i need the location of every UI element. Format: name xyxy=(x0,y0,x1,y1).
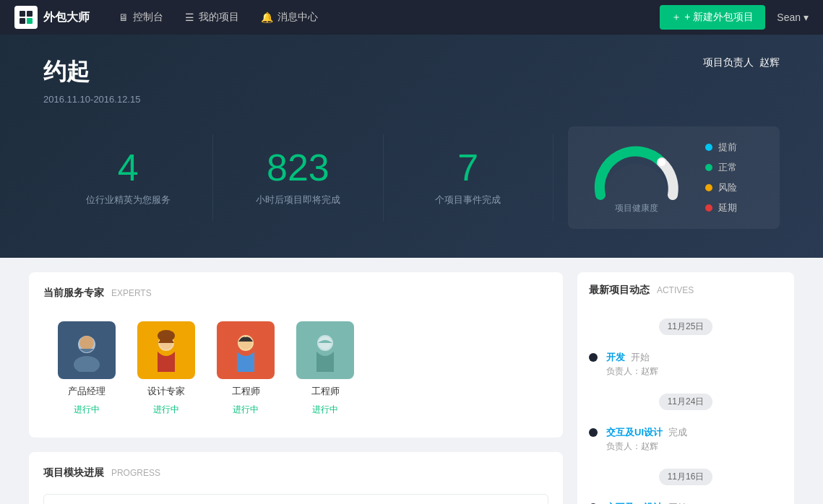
logo-icon xyxy=(14,6,38,29)
activity-item-3: 交互及UI设计 开始 负责人：赵辉 xyxy=(589,501,783,504)
activity-section: 最新项目动态 ACTIVES 11月25日 开发 开始 负责人：赵辉 xyxy=(577,272,794,504)
activity-content-1: 开发 开始 负责人：赵辉 xyxy=(606,351,783,378)
expert-item-3: 工程师 进行中 xyxy=(217,321,275,416)
project-date: 2016.11.10-2016.12.15 xyxy=(43,94,780,105)
expert-name-1: 产品经理 xyxy=(68,385,105,398)
stat-hours: 823 小时后项目即将完成 xyxy=(213,134,383,221)
experts-section: 当前服务专家 EXPERTS 产品经理 进行中 xyxy=(29,272,563,438)
date-group-3: 11月16日 xyxy=(589,461,783,492)
delay-label: 延期 xyxy=(718,201,737,214)
normal-label: 正常 xyxy=(718,161,737,174)
activity-title-1: 开发 开始 xyxy=(606,351,783,364)
legend-normal: 正常 xyxy=(705,161,737,174)
right-panel: 最新项目动态 ACTIVES 11月25日 开发 开始 负责人：赵辉 xyxy=(577,272,794,504)
normal-dot xyxy=(705,164,712,171)
user-menu[interactable]: Sean ▾ xyxy=(777,12,809,23)
plus-icon: ＋ xyxy=(671,11,681,24)
risk-dot xyxy=(705,184,712,191)
left-panel: 当前服务专家 EXPERTS 产品经理 进行中 xyxy=(29,272,563,504)
activity-sub-2: 负责人：赵辉 xyxy=(606,440,783,453)
svg-point-6 xyxy=(74,356,100,372)
stat-number-events: 7 xyxy=(398,149,538,186)
legend-risk: 风险 xyxy=(705,181,737,194)
activity-item-2: 交互及UI设计 完成 负责人：赵辉 xyxy=(589,426,783,453)
activity-content-3: 交互及UI设计 开始 负责人：赵辉 xyxy=(606,501,783,504)
nav-projects-label: 我的项目 xyxy=(199,11,239,24)
activity-sub-1: 负责人：赵辉 xyxy=(606,365,783,378)
health-legend: 提前 正常 风险 延期 xyxy=(705,141,737,214)
experts-section-title: 当前服务专家 EXPERTS xyxy=(43,287,548,300)
delay-dot xyxy=(705,204,712,212)
manager-label: 项目负责人 xyxy=(703,56,754,68)
nav-messages-label: 消息中心 xyxy=(277,11,318,24)
svg-rect-2 xyxy=(20,18,25,24)
health-panel: 项目健康度 提前 正常 风险 延期 xyxy=(568,126,780,229)
avatar-3 xyxy=(217,321,275,379)
stats-row: 4 位行业精英为您服务 823 小时后项目即将完成 7 个项目事件完成 xyxy=(43,126,780,229)
user-name: Sean xyxy=(777,12,801,23)
stat-experts: 4 位行业精英为您服务 xyxy=(43,134,213,221)
activity-tag-1: 开发 xyxy=(606,352,625,362)
expert-name-2: 设计专家 xyxy=(147,385,185,398)
header: 外包大师 🖥 控制台 ☰ 我的项目 🔔 消息中心 ＋ + 新建外包项目 Sean… xyxy=(0,0,823,35)
gauge xyxy=(590,141,684,199)
stat-label-events: 个项目事件完成 xyxy=(398,194,538,207)
activity-tag-2: 交互及UI设计 xyxy=(606,427,663,438)
expert-item-1: 产品经理 进行中 xyxy=(58,321,116,416)
legend-delay: 延期 xyxy=(705,201,737,214)
risk-label: 风险 xyxy=(718,181,737,194)
date-badge-2: 11月24日 xyxy=(659,394,713,410)
nav-messages[interactable]: 🔔 消息中心 xyxy=(261,11,318,24)
svg-point-4 xyxy=(658,159,665,166)
nav-control[interactable]: 🖥 控制台 xyxy=(119,11,163,24)
date-group-1: 11月25日 xyxy=(589,311,783,342)
ahead-label: 提前 xyxy=(718,141,737,154)
activity-section-title: 最新项目动态 ACTIVES xyxy=(589,284,783,297)
experts-row: 产品经理 进行中 设计专家 进行中 xyxy=(43,314,548,423)
expert-item-2: 设计专家 进行中 xyxy=(137,321,195,416)
expert-name-4: 工程师 xyxy=(311,385,340,398)
activity-item-1: 开发 开始 负责人：赵辉 xyxy=(589,351,783,378)
bell-icon: 🔔 xyxy=(261,12,273,23)
ahead-dot xyxy=(705,144,712,151)
hero-section: 约起 2016.11.10-2016.12.15 项目负责人 赵辉 4 位行业精… xyxy=(0,35,823,258)
chevron-down-icon: ▾ xyxy=(803,12,809,23)
expert-status-2: 进行中 xyxy=(153,404,179,416)
svg-rect-0 xyxy=(20,11,25,17)
activity-section-sub: ACTIVES xyxy=(657,285,694,295)
svg-point-7 xyxy=(79,336,94,350)
nav-control-label: 控制台 xyxy=(133,11,163,24)
progress-item-1: 产品设计 2016-11-25 18:40:26更新 100 % ▾ xyxy=(43,494,548,504)
activity-dot-1 xyxy=(589,353,598,362)
date-badge-3: 11月16日 xyxy=(659,469,713,485)
date-badge-1: 11月25日 xyxy=(659,318,713,335)
svg-point-10 xyxy=(158,330,175,342)
avatar-2 xyxy=(137,321,195,379)
gauge-label: 项目健康度 xyxy=(590,202,684,214)
nav-projects[interactable]: ☰ 我的项目 xyxy=(185,11,239,24)
activity-title-2: 交互及UI设计 完成 xyxy=(606,426,783,439)
project-manager: 项目负责人 赵辉 xyxy=(703,56,780,69)
project-title: 约起 xyxy=(43,56,780,88)
manager-name: 赵辉 xyxy=(759,56,780,68)
progress-section-sub: PROGRESS xyxy=(111,468,160,478)
progress-section: 项目模块进展 PROGRESS 产品设计 xyxy=(29,452,563,504)
logo[interactable]: 外包大师 xyxy=(14,6,90,29)
stat-events: 7 个项目事件完成 xyxy=(384,134,553,221)
avatar-4 xyxy=(296,321,354,379)
expert-item-4: 工程师 进行中 xyxy=(296,321,354,416)
expert-name-3: 工程师 xyxy=(232,385,260,398)
activity-status-2: 完成 xyxy=(668,427,687,438)
new-project-button[interactable]: ＋ + 新建外包项目 xyxy=(660,5,765,30)
expert-status-3: 进行中 xyxy=(233,404,259,416)
new-project-label: + 新建外包项目 xyxy=(684,11,754,24)
stat-number-hours: 823 xyxy=(228,149,368,186)
main-content: 当前服务专家 EXPERTS 产品经理 进行中 xyxy=(0,258,823,504)
activity-content-2: 交互及UI设计 完成 负责人：赵辉 xyxy=(606,426,783,453)
activity-status-1: 开始 xyxy=(631,352,650,362)
expert-status-4: 进行中 xyxy=(312,404,338,416)
svg-rect-3 xyxy=(27,18,33,24)
experts-section-sub: EXPERTS xyxy=(111,288,152,298)
progress-section-title: 项目模块进展 PROGRESS xyxy=(43,466,548,479)
stat-label-experts: 位行业精英为您服务 xyxy=(58,194,198,207)
